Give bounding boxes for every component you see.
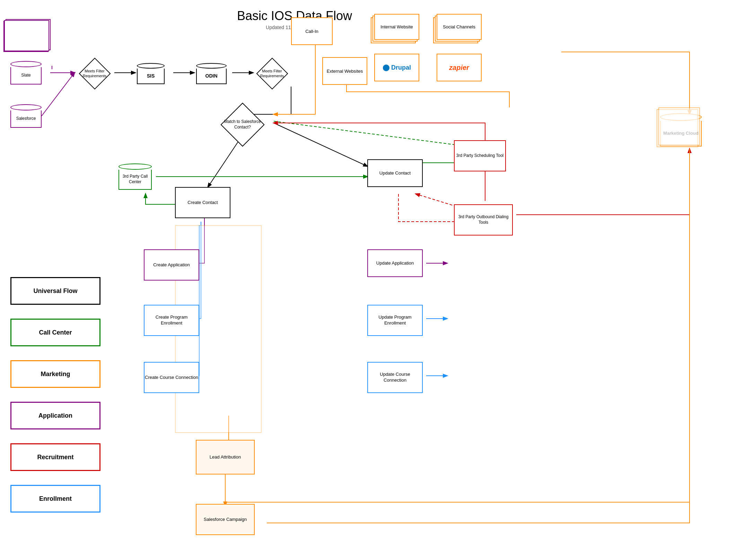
odin-node: ODIN: [192, 61, 230, 87]
create-program-enrollment-node: Create Program Enrollment: [144, 305, 199, 336]
scheduling-tool-node: 3rd Party Scheduling Tool: [454, 140, 506, 171]
slate-node: Slate: [7, 59, 45, 87]
sis-node: SIS: [133, 61, 168, 87]
external-websites-node: External Websites: [322, 57, 367, 85]
create-course-connection-node: Create Course Connection: [144, 362, 199, 393]
legend-enrollment: Enrollment: [10, 485, 100, 513]
drupal-node: ⬤ Drupal: [374, 54, 419, 81]
legend-recruitment: Recruitment: [10, 443, 100, 471]
update-contact-node: Update Contact: [367, 159, 423, 187]
legend-universal-flow: Universal Flow: [10, 277, 100, 305]
create-application-node: Create Application: [144, 249, 199, 281]
meets-filter-2-node: Meets Filter Requirements: [249, 57, 295, 90]
update-course-connection-node: Update Course Connection: [367, 362, 423, 393]
update-application-node: Update Application: [367, 249, 423, 277]
update-program-enrollment-node: Update Program Enrollment: [367, 305, 423, 336]
lead-attribution-node: Lead Attribution: [196, 440, 255, 474]
legend-marketing: Marketing: [10, 360, 100, 388]
zapier-node: zapier: [437, 54, 482, 81]
svg-line-5: [274, 123, 367, 166]
legend-call-center: Call Center: [10, 319, 100, 346]
match-salesforce-node: Match to Salesforce Contact?: [211, 102, 274, 147]
call-in-node: Call-In: [291, 17, 333, 45]
legend-application: Application: [10, 402, 100, 429]
diagram-canvas: Basic IOS Data Flow Updated 11/11/22 (Me…: [0, 0, 745, 560]
salesforce-campaign-node: Salesforce Campaign: [196, 504, 255, 535]
outbound-dialing-node: 3rd Party Outbound Dialing Tools: [454, 204, 513, 235]
salesforce-src-node: Salesforce: [7, 102, 45, 130]
call-center-node: 3rd Party Call Center: [114, 161, 156, 192]
create-contact-node: Create Contact: [175, 187, 230, 218]
meets-filter-1-node: Meets Filter Requirements: [72, 57, 117, 90]
svg-line-7: [274, 121, 461, 145]
